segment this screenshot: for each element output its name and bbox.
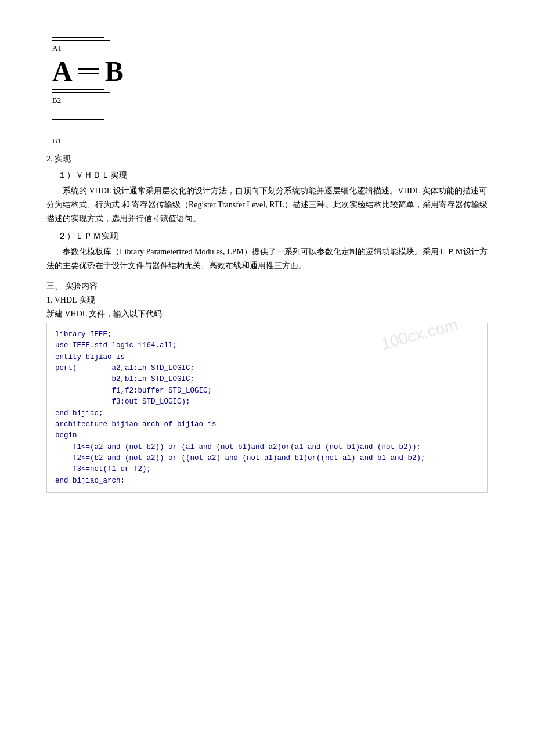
code-line-10: begin — [55, 431, 77, 440]
code-line-7: f3:out STD_LOGIC); — [55, 398, 190, 406]
page-content: A1 A B B2 B1 2. 实现 １）ＶＨＤＬ实现 系统的 VHDL 设计通… — [46, 37, 488, 493]
code-line-9: architecture bijiao_arch of bijiao is — [55, 420, 217, 429]
line-bold-1 — [52, 40, 110, 41]
code-line-6: f1,f2:buffer STD_LOGIC; — [55, 387, 212, 395]
section-2-heading: 2. 实现 — [46, 154, 488, 164]
code-line-11: f1<=(a2 and (not b2)) or (a1 and (not b1… — [55, 443, 421, 451]
formula-right: B — [105, 55, 124, 87]
code-line-13: f3<=not(f1 or f2); — [55, 465, 151, 473]
code-line-4: port( a2,a1:in STD_LOGIC; — [55, 364, 194, 372]
code-block: library IEEE; use IEEE.std_logic_1164.al… — [46, 323, 488, 493]
line-short-1 — [52, 37, 104, 38]
vhdl-heading: 1. VHDL 实现 — [46, 295, 488, 305]
diagram-section: A1 A B B2 B1 — [52, 37, 488, 146]
code-line-3: entity bijiao is — [55, 353, 125, 361]
section-2: 2. 实现 １）ＶＨＤＬ实现 系统的 VHDL 设计通常采用层次化的设计方法，自… — [46, 154, 488, 273]
sub-heading-2: ２）ＬＰＭ实现 — [58, 231, 488, 242]
eq-line-top — [78, 68, 99, 70]
line-short-4 — [52, 134, 104, 134]
line-bold-2 — [52, 92, 110, 93]
line-short-2 — [52, 89, 104, 90]
code-line-14: end bijiao_arch; — [55, 477, 125, 485]
section-3-heading: 三、 实验内容 — [46, 281, 488, 291]
formula: A B — [52, 55, 488, 87]
para-1: 系统的 VHDL 设计通常采用层次化的设计方法，自顶向下划分系统功能并逐层细化逻… — [46, 184, 488, 225]
code-line-1: library IEEE; — [55, 330, 112, 339]
equals-sign — [78, 68, 99, 74]
label-a1: A1 — [52, 44, 488, 53]
code-line-2: use IEEE.std_logic_1164.all; — [55, 341, 177, 350]
line-short-3 — [52, 119, 104, 120]
section-3: 三、 实验内容 1. VHDL 实现 新建 VHDL 文件，输入以下代码 lib… — [46, 281, 488, 493]
label-b2: B2 — [52, 96, 488, 105]
label-b1: B1 — [52, 136, 488, 146]
sub-heading-1: １）ＶＨＤＬ实现 — [58, 170, 488, 181]
formula-left: A — [52, 55, 73, 87]
code-line-12: f2<=(b2 and (not a2)) or ((not a2) and (… — [55, 454, 425, 462]
code-line-5: b2,b1:in STD_LOGIC; — [55, 375, 194, 383]
code-line-8: end bijiao; — [55, 409, 103, 417]
eq-line-bottom — [78, 73, 99, 74]
new-file-text: 新建 VHDL 文件，输入以下代码 — [46, 309, 488, 319]
para-2: 参数化模板库（Library Parameterized Modules, LP… — [46, 245, 488, 273]
